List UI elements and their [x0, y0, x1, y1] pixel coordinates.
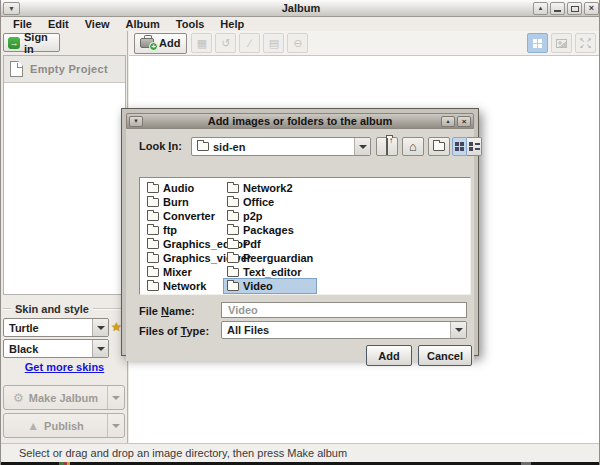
folder-icon	[227, 212, 239, 221]
grid-icon	[533, 39, 542, 48]
make-album-dropdown[interactable]	[107, 386, 124, 409]
folder-label: Audio	[163, 182, 194, 194]
folder-item[interactable]: Packages	[224, 223, 316, 237]
dialog-close-button[interactable]: ×	[457, 116, 471, 127]
menu-album[interactable]: Album	[118, 17, 168, 31]
make-album-main[interactable]: ⚙ Make Jalbum	[4, 392, 107, 404]
home-icon: ⌂	[409, 140, 417, 153]
make-album-label: Make Jalbum	[29, 392, 98, 404]
style-select[interactable]: Black	[3, 339, 109, 358]
folder-item[interactable]: Text_editor	[224, 265, 316, 279]
get-more-skins-link[interactable]: Get more skins	[1, 361, 128, 373]
folder-list-panel[interactable]: AudioBurnConverterftpGraphics_editorGrap…	[139, 177, 471, 295]
list-view-toggle[interactable]	[467, 137, 482, 156]
skin-select[interactable]: Turtle	[3, 318, 109, 337]
close-button[interactable]: ×	[584, 2, 599, 15]
folder-icon	[147, 198, 159, 207]
skin-and-style-section-header: Skin and style	[3, 303, 124, 315]
project-list: Empty Project	[3, 55, 126, 295]
look-in-select[interactable]: sid-en	[191, 137, 371, 156]
folder-item[interactable]: Office	[224, 195, 316, 209]
image-tool-button[interactable]: ▦	[191, 33, 212, 53]
status-text: Select or drag and drop an image directo…	[19, 447, 347, 459]
skin-select-arrow[interactable]	[92, 319, 108, 336]
skin-and-style-label: Skin and style	[11, 303, 93, 315]
dialog-add-button[interactable]: Add	[366, 345, 412, 366]
window-titlebar[interactable]: ▼ Jalbum ▲ ×	[1, 0, 600, 17]
sign-in-icon: →	[8, 37, 20, 49]
edit-icon: ∕	[249, 37, 251, 49]
page-tool-button[interactable]: ▤	[263, 33, 284, 53]
dialog-titlebar[interactable]: ▼ Add images or folders to the album ▲ ×	[126, 113, 474, 129]
dialog-cancel-button[interactable]: Cancel	[418, 345, 472, 366]
plus-badge-icon: +	[149, 42, 158, 51]
publish-button[interactable]: ▲ Publish	[3, 413, 125, 438]
folder-label: Video	[243, 280, 273, 292]
make-album-button[interactable]: ⚙ Make Jalbum	[3, 385, 125, 410]
look-in-arrow[interactable]	[354, 138, 370, 155]
menu-tools[interactable]: Tools	[168, 17, 213, 31]
chevron-down-icon	[112, 396, 120, 400]
folder-icon	[147, 184, 159, 193]
look-in-label: Look In:	[139, 140, 182, 152]
add-label: Add	[159, 37, 180, 49]
main-toolbar: + Add ▦ ↺ ∕ ▤ ⊖ ↖↗↙↘	[129, 31, 600, 56]
publish-main[interactable]: ▲ Publish	[4, 420, 107, 432]
folder-item[interactable]: p2p	[224, 209, 316, 223]
empty-project-item[interactable]: Empty Project	[4, 56, 125, 83]
sign-in-button[interactable]: → Sign in	[3, 33, 60, 52]
folder-item[interactable]: Peerguardian	[224, 251, 316, 265]
home-button[interactable]: ⌂	[402, 137, 424, 156]
menu-view[interactable]: View	[77, 17, 118, 31]
skin-select-value: Turtle	[4, 322, 92, 334]
fullscreen-button[interactable]: ↖↗↙↘	[575, 33, 596, 53]
folder-icon	[227, 198, 239, 207]
dialog-shade-button[interactable]: ▲	[441, 116, 455, 127]
grid-icon	[455, 142, 464, 151]
add-button[interactable]: + Add	[134, 33, 187, 54]
add-folder-icon: +	[140, 38, 154, 48]
empty-project-label: Empty Project	[30, 63, 108, 75]
remove-tool-button[interactable]: ⊖	[287, 33, 308, 53]
folder-icon	[227, 184, 239, 193]
shade-button[interactable]: ▲	[533, 2, 548, 15]
menu-edit[interactable]: Edit	[40, 17, 77, 31]
menu-file[interactable]: File	[5, 17, 40, 31]
folder-item[interactable]: Network2	[224, 181, 316, 195]
separator-line	[3, 308, 11, 310]
file-name-input[interactable]: Video	[221, 302, 467, 318]
folder-icon	[227, 268, 239, 277]
folder-icon	[227, 240, 239, 249]
folder-label: p2p	[243, 210, 263, 222]
folder-label: Burn	[163, 196, 189, 208]
publish-dropdown[interactable]	[107, 414, 124, 437]
chevron-down-icon	[455, 328, 463, 332]
new-folder-button[interactable]	[428, 137, 450, 156]
image-view-button[interactable]	[551, 33, 572, 53]
menu-help[interactable]: Help	[212, 17, 252, 31]
minimize-button[interactable]	[550, 2, 565, 15]
edit-tool-button[interactable]: ∕	[239, 33, 260, 53]
shade-icon: ▲	[442, 117, 454, 126]
folder-label: Converter	[163, 210, 215, 222]
photo-icon	[556, 39, 567, 48]
files-of-type-select[interactable]: All Files	[221, 321, 467, 339]
thumbnail-view-button[interactable]	[527, 33, 548, 53]
folder-item[interactable]: Video	[224, 279, 316, 293]
new-folder-icon	[433, 142, 445, 151]
rotate-tool-button[interactable]: ↺	[215, 33, 236, 53]
folder-item[interactable]: Pdf	[224, 237, 316, 251]
up-level-button[interactable]: ↑	[376, 137, 398, 156]
remove-icon: ⊖	[293, 37, 302, 50]
grid-view-toggle[interactable]	[452, 137, 467, 156]
folder-label: Peerguardian	[243, 252, 313, 264]
maximize-button[interactable]	[567, 2, 582, 15]
files-of-type-arrow[interactable]	[450, 322, 466, 338]
folder-icon	[147, 240, 159, 249]
chevron-down-icon	[359, 145, 367, 149]
folder-label: Network	[163, 280, 206, 292]
style-select-arrow[interactable]	[92, 340, 108, 357]
folder-icon	[197, 142, 209, 151]
close-icon: ×	[462, 117, 467, 126]
folder-label: Network2	[243, 182, 293, 194]
